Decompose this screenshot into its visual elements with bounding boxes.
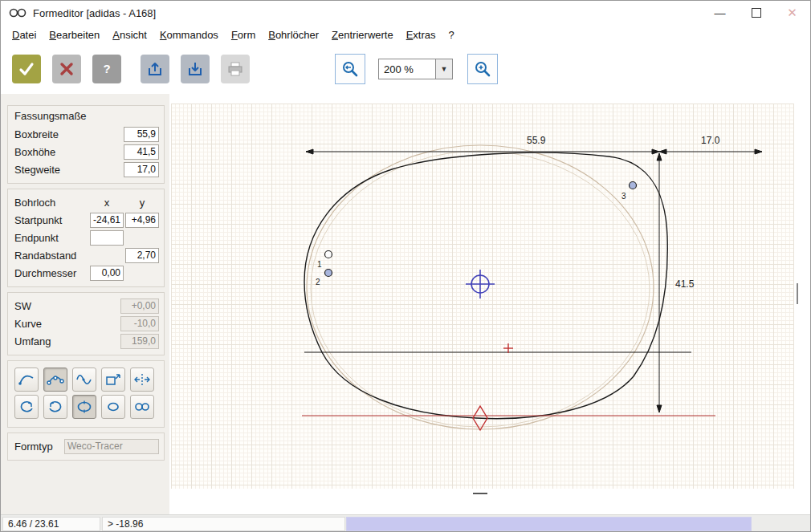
menu-datei[interactable]: Datei xyxy=(6,27,43,43)
check-icon xyxy=(18,60,35,78)
umfang-value xyxy=(120,334,159,349)
menu-kommandos[interactable]: Kommandos xyxy=(153,27,225,43)
optical-center-marker[interactable] xyxy=(466,270,495,298)
svg-text:3: 3 xyxy=(621,192,626,201)
startpunkt-label: Startpunkt xyxy=(14,214,88,226)
ellipse-edit-tool-icon xyxy=(75,400,93,414)
chevron-down-icon[interactable]: ▼ xyxy=(435,59,452,79)
dimension-bridge: 17.0 xyxy=(659,135,762,154)
panel-bohrloch: Bohrloch x y Startpunkt Endpunkt Randabs… xyxy=(7,189,165,287)
help-button[interactable]: ? xyxy=(92,55,121,83)
menu-bearbeiten[interactable]: Bearbeiten xyxy=(43,27,106,43)
drawing-canvas[interactable]: 55.9 17.0 41.5 xyxy=(171,104,794,489)
app-window: Formeditor [adidas - A168] — ✕ Datei Bea… xyxy=(0,0,811,532)
statusbar-value: > -18.96 xyxy=(102,517,345,531)
import-icon xyxy=(146,60,164,78)
maximize-button[interactable] xyxy=(738,1,774,25)
umfang-label: Umfang xyxy=(14,335,120,347)
svg-text:17.0: 17.0 xyxy=(701,135,720,146)
panel-fassungsmasse: Fassungsmaße Boxbreite Boxhöhe Stegweite xyxy=(7,105,165,184)
kurve-value xyxy=(120,316,159,331)
svg-text:?: ? xyxy=(103,62,110,75)
print-button[interactable] xyxy=(221,55,250,83)
zoom-fit-button[interactable] xyxy=(335,54,365,84)
vertical-scrollbar-thumb[interactable] xyxy=(797,283,798,304)
red-cross-marker xyxy=(503,343,513,353)
sw-value xyxy=(120,298,159,314)
zoom-in-button[interactable] xyxy=(467,54,498,84)
save-icon xyxy=(186,60,204,78)
menu-bohrloecher[interactable]: Bohrlöcher xyxy=(262,27,325,43)
panel-title: Fassungsmaße xyxy=(14,110,159,122)
printer-icon xyxy=(226,60,244,78)
maximize-icon xyxy=(752,8,761,18)
menu-bar: Datei Bearbeiten Ansicht Kommandos Form … xyxy=(1,25,810,44)
boxbreite-input[interactable] xyxy=(124,127,159,142)
durchmesser-input[interactable] xyxy=(90,266,124,281)
svg-text:55.9: 55.9 xyxy=(527,135,546,146)
save-shape-button[interactable] xyxy=(181,55,210,83)
statusbar-coordinates: 6.46 / 23.61 xyxy=(2,517,100,531)
sidebar: Fassungsmaße Boxbreite Boxhöhe Stegweite… xyxy=(1,94,169,514)
menu-help[interactable]: ? xyxy=(442,27,461,43)
toolbar: ? 200 % ▼ xyxy=(1,44,810,94)
wave-tool-icon xyxy=(75,372,93,387)
node-edit-tool-button[interactable] xyxy=(43,368,67,392)
endpunkt-x-input[interactable] xyxy=(90,230,124,246)
rotate-cw-tool-button[interactable] xyxy=(43,395,67,419)
cancel-button[interactable] xyxy=(52,55,81,83)
node-edit-tool-icon xyxy=(47,372,64,387)
window-title: Formeditor [adidas - A168] xyxy=(33,7,156,19)
import-shape-button[interactable] xyxy=(141,55,169,83)
boxbreite-label: Boxbreite xyxy=(14,128,124,140)
stegweite-input[interactable] xyxy=(124,162,159,177)
stegweite-label: Stegweite xyxy=(14,164,124,176)
horizontal-scrollbar-thumb[interactable] xyxy=(473,493,487,494)
durchmesser-label: Durchmesser xyxy=(14,267,88,279)
menu-ansicht[interactable]: Ansicht xyxy=(106,27,153,43)
shape-import-tool-icon xyxy=(104,372,122,387)
drill-hole-3[interactable]: 3 xyxy=(621,182,637,201)
question-icon: ? xyxy=(99,61,115,77)
rotate-ccw-tool-button[interactable] xyxy=(14,395,39,419)
zoom-in-icon xyxy=(473,59,492,79)
wave-tool-button[interactable] xyxy=(72,368,96,392)
title-bar: Formeditor [adidas - A168] — ✕ xyxy=(1,1,810,25)
col-y-label: y xyxy=(125,197,159,209)
panel-werte: SW Kurve Umfang xyxy=(7,292,165,355)
drill-hole-1[interactable]: 1 xyxy=(317,251,332,270)
minimize-button[interactable]: — xyxy=(702,1,738,25)
endpunkt-label: Endpunkt xyxy=(14,232,88,244)
canvas-area: 55.9 17.0 41.5 xyxy=(169,94,811,514)
menu-extras[interactable]: Extras xyxy=(400,27,442,43)
menu-form[interactable]: Form xyxy=(225,27,262,43)
drill-hole-2[interactable]: 2 xyxy=(316,270,332,287)
curve-tool-button[interactable] xyxy=(14,368,39,392)
menu-zentrierwerte[interactable]: Zentrierwerte xyxy=(325,27,400,43)
cross-icon xyxy=(59,61,75,77)
close-button[interactable]: ✕ xyxy=(774,1,810,25)
boxhoehe-input[interactable] xyxy=(124,144,159,160)
randabstand-input[interactable] xyxy=(125,248,159,263)
confirm-button[interactable] xyxy=(12,55,41,83)
curve-tool-icon xyxy=(18,372,35,387)
col-x-label: x xyxy=(90,197,124,209)
double-circle-tool-button[interactable] xyxy=(130,395,154,419)
center-axis-tool-button[interactable] xyxy=(130,368,154,392)
glasses-icon xyxy=(7,5,28,21)
panel-tools xyxy=(7,360,165,428)
boxhoehe-label: Boxhöhe xyxy=(14,146,124,158)
panel-formtyp: Formtyp xyxy=(7,433,165,461)
startpunkt-x-input[interactable] xyxy=(90,213,124,228)
zoom-level-combobox[interactable]: 200 % ▼ xyxy=(378,59,453,79)
dimension-height: 41.5 xyxy=(657,153,695,412)
status-bar: 6.46 / 23.61 > -18.96 xyxy=(1,514,811,532)
progress-bar xyxy=(346,517,752,531)
rotate-ccw-tool-icon xyxy=(18,400,35,414)
shape-import-tool-button[interactable] xyxy=(101,368,125,392)
startpunkt-y-input[interactable] xyxy=(125,213,159,228)
kurve-label: Kurve xyxy=(14,318,120,330)
ellipse-edit-tool-button[interactable] xyxy=(72,395,96,419)
ellipse-tool-button[interactable] xyxy=(101,395,125,419)
zoom-level-value: 200 % xyxy=(379,59,435,79)
